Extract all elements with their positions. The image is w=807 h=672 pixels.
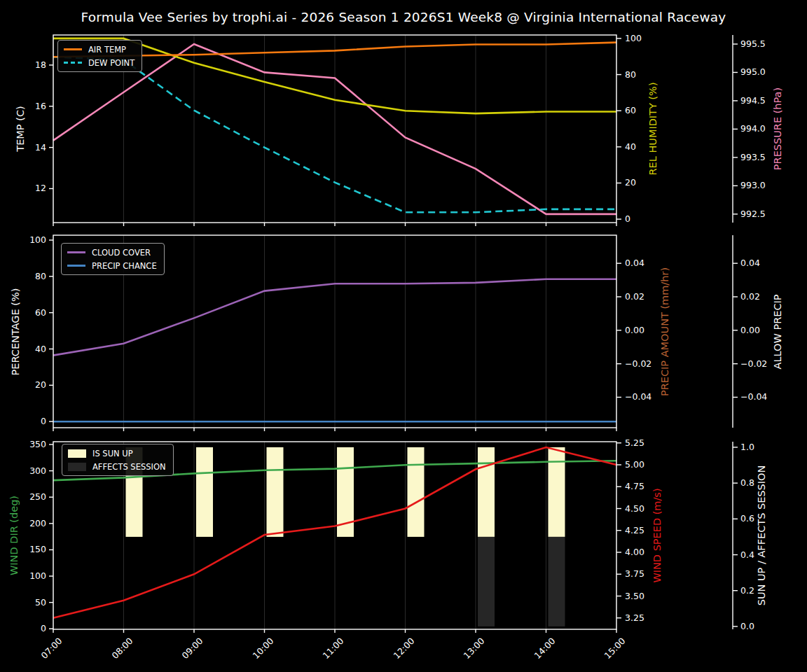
tick-label: 3.25 — [625, 612, 644, 623]
x-tick-label: 15:00 — [602, 636, 628, 661]
axis-label-temp: TEMP (C) — [15, 106, 26, 151]
dew-point-dashed-swatch — [64, 62, 82, 64]
tick-label: 4.25 — [625, 525, 644, 536]
axis-label-wind-speed: WIND SPEED (m/s) — [651, 488, 663, 582]
tick-label: 350 — [29, 439, 46, 449]
tick-label: 100 — [29, 570, 46, 581]
tick-label: 4.75 — [625, 481, 644, 491]
tick-label: 993.0 — [740, 181, 766, 191]
is-sun-up-patch-swatch — [68, 449, 86, 458]
tick-label: 993.5 — [740, 152, 766, 162]
chart-title: Formula Vee Series by trophi.ai - 2026 S… — [0, 10, 807, 24]
bar-is-sun-up — [408, 447, 425, 537]
tick-label: 4.00 — [625, 547, 644, 557]
tick-label: 0 — [41, 623, 46, 634]
tick-label: 200 — [29, 518, 46, 528]
legend-item-air-temp: AIR TEMP — [64, 44, 134, 55]
tick-label: 0 — [41, 416, 46, 426]
tick-label: −0.04 — [740, 392, 767, 402]
bar-is-sun-up — [549, 447, 565, 537]
tick-label: 0.04 — [625, 258, 644, 268]
tick-label: 0.02 — [740, 291, 760, 302]
x-tick-label: 08:00 — [109, 636, 134, 661]
tick-label: 5.00 — [625, 459, 644, 470]
tick-label: 4.50 — [625, 503, 644, 514]
legend-item-precip-chance: PRECIP CHANCE — [67, 260, 157, 271]
tick-label: −0.02 — [740, 358, 767, 369]
tick-label: 40 — [35, 344, 46, 354]
tick-label: 250 — [29, 491, 46, 502]
precip-chance-line-swatch — [67, 265, 85, 267]
weather-forecast-figure: Formula Vee Series by trophi.ai - 2026 S… — [0, 0, 807, 672]
tick-label: 20 — [625, 178, 636, 188]
bar-is-sun-up — [267, 447, 284, 537]
tick-label: 16 — [35, 101, 46, 111]
affects-session-patch-swatch — [68, 463, 86, 471]
legend-label-precip-chance: PRECIP CHANCE — [92, 261, 157, 271]
x-tick-label: 10:00 — [250, 636, 275, 661]
tick-label: 40 — [625, 141, 636, 152]
air-temp-line-swatch — [64, 48, 82, 50]
legend-label-dew-point: DEW POINT — [88, 58, 134, 68]
tick-label: 3.75 — [625, 568, 644, 579]
tick-label: −0.02 — [625, 358, 651, 369]
x-tick-label: 07:00 — [39, 636, 64, 661]
axis-label-pressure: PRESSURE (hPa) — [772, 88, 783, 170]
x-tick-label: 14:00 — [532, 636, 557, 661]
tick-label: 50 — [35, 597, 46, 608]
axis-label-allow-precip: ALLOW PRECIP — [772, 294, 783, 369]
tick-label: 995.0 — [740, 67, 766, 78]
bar-is-sun-up — [478, 447, 495, 537]
tick-label: 80 — [35, 271, 46, 281]
legend-item-cloud-cover: CLOUD COVER — [67, 247, 157, 258]
legend-label-affects-session: AFFECTS SESSION — [92, 462, 166, 472]
bar-is-sun-up — [196, 447, 213, 537]
tick-label: 0.0 — [740, 621, 754, 631]
tick-label: 995.5 — [740, 38, 766, 49]
tick-label: 20 — [35, 380, 46, 391]
tick-label: −0.04 — [625, 392, 651, 402]
x-tick-label: 12:00 — [391, 636, 416, 661]
x-tick-label: 09:00 — [180, 636, 205, 661]
tick-label: 150 — [29, 545, 46, 555]
axis-label-precip-amount: PRECIP AMOUNT (mm/hr) — [659, 267, 670, 396]
tick-label: 60 — [625, 105, 636, 115]
tick-label: 14 — [35, 142, 46, 153]
tick-label: 3.50 — [625, 591, 644, 601]
tick-label: 300 — [29, 465, 46, 476]
tick-label: 994.5 — [740, 95, 766, 106]
legend-item-dew-point: DEW POINT — [64, 57, 134, 68]
legend-item-affects-session: AFFECTS SESSION — [68, 461, 166, 472]
tick-label: 80 — [625, 69, 636, 80]
bar-affects-session — [549, 537, 565, 626]
tick-label: 0.00 — [625, 325, 644, 335]
x-tick-label: 13:00 — [462, 636, 487, 661]
axis-label-sun-up-affects: SUN UP / AFFECTS SESSION — [756, 465, 767, 606]
tick-label: 0.6 — [740, 514, 754, 524]
legend-sun-session: IS SUN UP AFFECTS SESSION — [62, 444, 174, 476]
legend-label-is-sun-up: IS SUN UP — [92, 449, 133, 458]
legend-label-air-temp: AIR TEMP — [88, 45, 126, 55]
tick-label: 994.0 — [740, 124, 766, 134]
bar-affects-session — [478, 537, 495, 626]
axis-label-wind-dir: WIND DIR (deg) — [8, 496, 20, 575]
tick-label: 0 — [625, 214, 630, 224]
tick-label: 0.04 — [740, 258, 760, 268]
tick-label: 0.00 — [740, 325, 760, 335]
tick-label: 5.25 — [625, 438, 644, 448]
legend-temperature: AIR TEMP DEW POINT — [57, 40, 142, 72]
legend-item-is-sun-up: IS SUN UP — [68, 448, 166, 458]
cloud-cover-line-swatch — [67, 251, 85, 253]
legend-cloud-precip: CLOUD COVER PRECIP CHANCE — [61, 243, 165, 275]
tick-label: 100 — [29, 234, 46, 245]
tick-label: 12 — [35, 183, 46, 194]
tick-label: 0.4 — [740, 550, 754, 560]
tick-label: 992.5 — [740, 209, 766, 219]
axis-label-percentage: PERCENTAGE (%) — [10, 288, 21, 376]
tick-label: 0.02 — [625, 291, 644, 302]
tick-label: 0.8 — [740, 477, 754, 488]
tick-label: 100 — [625, 33, 642, 43]
tick-label: 0.2 — [740, 585, 754, 596]
tick-label: 60 — [35, 307, 46, 318]
x-tick-label: 11:00 — [321, 636, 346, 661]
